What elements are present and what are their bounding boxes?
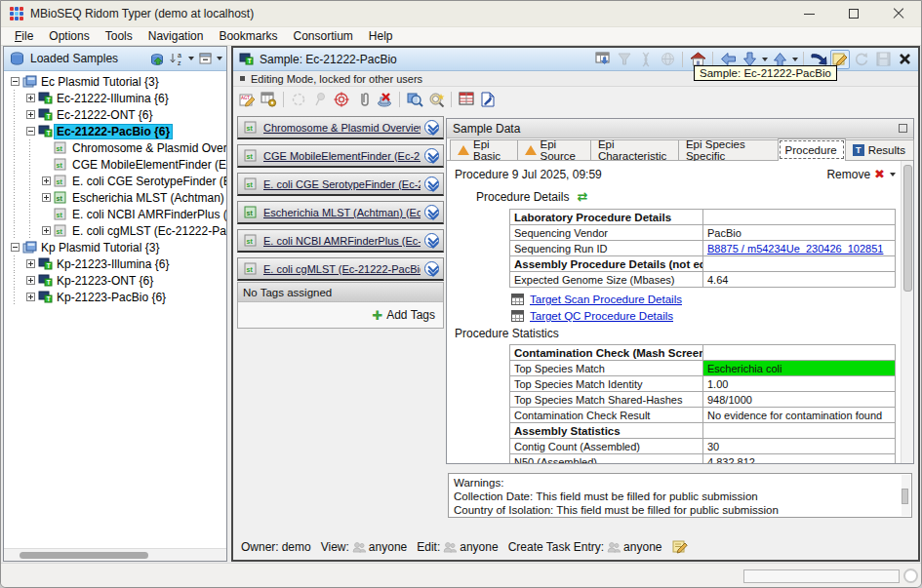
scrollbar-thumb[interactable] <box>902 489 908 504</box>
recompute-icon[interactable] <box>289 90 308 109</box>
minimize-button[interactable] <box>786 1 831 26</box>
tree-row-project[interactable]: Kp Plasmid Tutorial {3} <box>4 239 226 255</box>
tree-row-sample[interactable]: T Kp-21223-PacBio {6} <box>4 289 226 305</box>
tree-expander-icon[interactable] <box>38 226 54 235</box>
task-button-chromosome-plasmid-overview[interactable]: st Chromosome & Plasmid Overview (E... <box>237 116 444 139</box>
tab-epi-source[interactable]: Epi Source <box>517 139 591 160</box>
procedure-settings-icon[interactable] <box>259 90 278 109</box>
tree-row-sample[interactable]: T Ec-21222-Illumina {6} <box>4 90 226 106</box>
tree-row-task[interactable]: st E. coli NCBI AMRFinderPlus (Ec-21222 <box>4 206 226 222</box>
tree-row-sample[interactable]: T Kp-21223-ONT {6} <box>4 272 226 289</box>
tree-expander-icon[interactable] <box>38 193 54 202</box>
remove-x-icon[interactable]: ✖ <box>874 167 885 181</box>
tree-expander-icon[interactable] <box>22 259 38 268</box>
task-button-ncbi-amrfinderplus[interactable]: st E. coli NCBI AMRFinderPlus (Ec-2... <box>237 229 444 253</box>
tab-epi-characteristic[interactable]: Epi Characteristic <box>590 139 679 160</box>
tree-expander-icon[interactable] <box>22 293 38 301</box>
sample-icon: T <box>237 51 255 68</box>
close-view-icon[interactable] <box>895 50 914 69</box>
attachment-icon[interactable] <box>353 90 373 109</box>
scrollbar-thumb[interactable] <box>20 552 148 559</box>
chevron-expand-icon[interactable] <box>424 176 439 191</box>
web-search-icon[interactable] <box>426 90 446 109</box>
tree-expander-icon[interactable] <box>7 243 22 252</box>
task-button-cge-serotypefinder[interactable]: st E. coli CGE SerotypeFinder (Ec-2... <box>237 173 444 196</box>
target-qc-procedure-link[interactable]: Target QC Procedure Details <box>530 310 673 322</box>
tree-expander-icon[interactable] <box>22 276 38 285</box>
globe-icon[interactable] <box>658 50 677 69</box>
menu-file[interactable]: File <box>7 28 41 44</box>
menu-consortium[interactable]: Consortium <box>285 28 360 44</box>
database-search-icon[interactable] <box>405 90 424 109</box>
nav-up-dropdown-caret[interactable] <box>792 58 798 61</box>
pin-icon[interactable] <box>310 90 330 109</box>
edit-permissions-icon[interactable] <box>671 538 689 556</box>
target-scan-procedure-link[interactable]: Target Scan Procedure Details <box>530 294 682 305</box>
menu-tools[interactable]: Tools <box>98 28 140 44</box>
chevron-expand-icon[interactable] <box>424 120 439 135</box>
save-icon[interactable] <box>873 50 893 69</box>
collapse-all-icon[interactable] <box>196 50 214 67</box>
tree-row-sample[interactable]: T Ec-21222-ONT {6} <box>4 106 226 123</box>
warnings-scrollbar[interactable] <box>902 475 910 516</box>
result-table-icon[interactable] <box>457 90 476 109</box>
panel-maximize-icon[interactable] <box>899 124 907 133</box>
tab-procedure[interactable]: Procedure <box>778 138 846 161</box>
editing-mode-bullet-icon <box>240 76 245 81</box>
tree-row-task[interactable]: st Escherichia MLST (Achtman) (Ec-2122 <box>4 189 226 206</box>
tree-expander-icon[interactable] <box>22 127 38 136</box>
nav-down-dropdown-caret[interactable] <box>762 58 768 61</box>
menu-bookmarks[interactable]: Bookmarks <box>211 28 285 44</box>
sequencing-run-link[interactable]: B8875 / m54234Ue_230426_102851 <box>707 243 883 255</box>
transfer-arrows-icon[interactable]: ⇄ <box>577 189 586 204</box>
chevron-expand-icon[interactable] <box>424 233 439 248</box>
chevron-expand-icon[interactable] <box>424 148 439 163</box>
tab-epi-species-specific[interactable]: Epi Species Specific <box>678 139 779 160</box>
task-button-cge-mobileelementfinder[interactable]: st CGE MobileElementFinder (Ec-2122... <box>237 144 444 168</box>
task-button-escherichia-mlst[interactable]: st Escherichia MLST (Achtman) (Ec-2... <box>237 201 444 224</box>
tree-row-task[interactable]: st CGE MobileElementFinder (Ec-21222- <box>4 156 226 173</box>
tree-expander-icon[interactable] <box>38 176 54 185</box>
menu-navigation[interactable]: Navigation <box>140 28 212 44</box>
tree-expander-icon[interactable] <box>22 94 38 102</box>
sort-az-icon[interactable]: az <box>168 50 185 67</box>
filter-funnel-icon[interactable] <box>615 50 634 69</box>
task-button-cgmlst[interactable]: st E. coli cgMLST (Ec-21222-PacBio) <box>237 257 444 281</box>
tab-results[interactable]: TResults <box>845 139 914 160</box>
dna-icon[interactable] <box>636 50 656 69</box>
create-task-entry-value: anyone <box>623 540 661 554</box>
add-tags-button[interactable]: Add Tags <box>386 308 435 322</box>
export-report-icon[interactable] <box>478 90 498 109</box>
remove-dropdown-caret[interactable] <box>890 173 896 176</box>
tree-row-task[interactable]: st E. coli CGE SerotypeFinder (Ec-21222 <box>4 173 226 189</box>
sort-dropdown-caret[interactable] <box>188 57 194 60</box>
sample-toolbar: AGT <box>233 87 918 111</box>
comparison-table-icon[interactable] <box>593 50 613 69</box>
sample-data-vertical-scrollbar[interactable] <box>901 161 913 463</box>
database-upload-icon[interactable] <box>148 50 166 67</box>
collapse-dropdown-caret[interactable] <box>217 57 222 60</box>
maximize-button[interactable] <box>831 1 876 26</box>
chevron-expand-icon[interactable] <box>424 205 439 219</box>
delete-entry-icon[interactable] <box>375 90 394 109</box>
chevron-expand-icon[interactable] <box>424 261 439 276</box>
progress-bar <box>743 569 900 583</box>
menu-options[interactable]: Options <box>41 28 97 44</box>
tree-row-task[interactable]: st Chromosome & Plasmid Overview (Ec <box>4 139 226 156</box>
menu-help[interactable]: Help <box>361 28 401 44</box>
tree-row-task[interactable]: st E. coli cgMLST (Ec-21222-PacBio) <box>4 222 226 239</box>
target-definition-icon[interactable] <box>332 90 351 109</box>
tree-expander-icon[interactable] <box>7 77 22 86</box>
sequence-editor-icon[interactable]: AGT <box>237 90 257 109</box>
tags-panel: No Tags assigned ✚ Add Tags <box>237 282 444 329</box>
tree-row-sample-selected[interactable]: T Ec-21222-PacBio {6} <box>4 123 226 139</box>
remove-button[interactable]: Remove <box>826 168 870 181</box>
tree-row-sample[interactable]: T Kp-21223-Illumina {6} <box>4 255 226 272</box>
tree-horizontal-scrollbar[interactable] <box>4 548 226 561</box>
tab-epi-basic[interactable]: Epi Basic <box>450 139 518 160</box>
tree-row-project[interactable]: Ec Plasmid Tutorial {3} <box>4 73 226 90</box>
refresh-icon[interactable] <box>852 50 871 69</box>
close-button[interactable] <box>876 1 921 26</box>
tree-expander-icon[interactable] <box>22 110 38 119</box>
scrollbar-thumb[interactable] <box>903 165 912 292</box>
